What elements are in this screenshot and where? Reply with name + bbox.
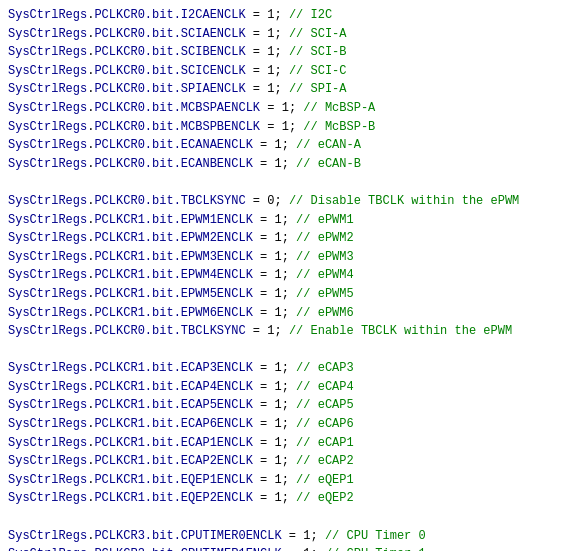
field-name: PCLKCR0.bit.I2CAENCLK xyxy=(94,8,245,22)
reg-name: SysCtrlRegs xyxy=(8,361,87,375)
spacing xyxy=(282,82,289,96)
reg-name: SysCtrlRegs xyxy=(8,268,87,282)
field-name: PCLKCR1.bit.ECAP6ENCLK xyxy=(94,417,252,431)
assign: = xyxy=(253,213,275,227)
comment: // I2C xyxy=(289,8,332,22)
field-name: PCLKCR0.bit.ECANAENCLK xyxy=(94,138,252,152)
field-name: PCLKCR1.bit.ECAP4ENCLK xyxy=(94,380,252,394)
reg-name: SysCtrlRegs xyxy=(8,250,87,264)
code-line: SysCtrlRegs.PCLKCR0.bit.SCICENCLK = 1; /… xyxy=(8,62,560,81)
value: 1 xyxy=(274,250,281,264)
spacing xyxy=(282,194,289,208)
code-line: SysCtrlRegs.PCLKCR0.bit.SCIBENCLK = 1; /… xyxy=(8,43,560,62)
field-name: PCLKCR3.bit.CPUTIMER1ENCLK xyxy=(94,547,281,551)
value: 1 xyxy=(274,398,281,412)
assign: = xyxy=(260,120,282,134)
code-line: SysCtrlRegs.PCLKCR1.bit.EPWM3ENCLK = 1; … xyxy=(8,248,560,267)
code-line: SysCtrlRegs.PCLKCR1.bit.EPWM1ENCLK = 1; … xyxy=(8,211,560,230)
spacing xyxy=(289,268,296,282)
assign: = xyxy=(282,547,304,551)
comment: // ePWM6 xyxy=(296,306,354,320)
semicolon: ; xyxy=(289,120,296,134)
code-line: SysCtrlRegs.PCLKCR1.bit.ECAP3ENCLK = 1; … xyxy=(8,359,560,378)
assign: = xyxy=(253,138,275,152)
reg-name: SysCtrlRegs xyxy=(8,529,87,543)
semicolon: ; xyxy=(274,194,281,208)
reg-name: SysCtrlRegs xyxy=(8,82,87,96)
assign: = xyxy=(253,436,275,450)
spacing xyxy=(289,436,296,450)
value: 1 xyxy=(274,138,281,152)
code-line xyxy=(8,173,560,192)
code-line: SysCtrlRegs.PCLKCR1.bit.ECAP4ENCLK = 1; … xyxy=(8,378,560,397)
code-editor: SysCtrlRegs.PCLKCR0.bit.I2CAENCLK = 1; /… xyxy=(0,0,568,551)
value: 1 xyxy=(274,213,281,227)
field-name: PCLKCR1.bit.EPWM4ENCLK xyxy=(94,268,252,282)
spacing xyxy=(289,213,296,227)
code-line: SysCtrlRegs.PCLKCR0.bit.TBCLKSYNC = 0; /… xyxy=(8,192,560,211)
field-name: PCLKCR0.bit.SCIBENCLK xyxy=(94,45,245,59)
spacing xyxy=(289,231,296,245)
code-line: SysCtrlRegs.PCLKCR1.bit.EQEP2ENCLK = 1; … xyxy=(8,489,560,508)
reg-name: SysCtrlRegs xyxy=(8,138,87,152)
semicolon: ; xyxy=(282,380,289,394)
semicolon: ; xyxy=(274,45,281,59)
field-name: PCLKCR1.bit.ECAP3ENCLK xyxy=(94,361,252,375)
assign: = xyxy=(253,491,275,505)
field-name: PCLKCR0.bit.TBCLKSYNC xyxy=(94,194,245,208)
code-line: SysCtrlRegs.PCLKCR1.bit.EPWM2ENCLK = 1; … xyxy=(8,229,560,248)
comment: // ePWM4 xyxy=(296,268,354,282)
assign: = xyxy=(253,231,275,245)
spacing xyxy=(282,8,289,22)
assign: = xyxy=(253,268,275,282)
semicolon: ; xyxy=(310,547,317,551)
semicolon: ; xyxy=(289,101,296,115)
field-name: PCLKCR0.bit.SPIAENCLK xyxy=(94,82,245,96)
code-line: SysCtrlRegs.PCLKCR1.bit.EPWM6ENCLK = 1; … xyxy=(8,304,560,323)
spacing xyxy=(289,454,296,468)
semicolon: ; xyxy=(274,82,281,96)
semicolon: ; xyxy=(282,231,289,245)
comment: // CPU Timer 0 xyxy=(325,529,426,543)
value: 1 xyxy=(274,454,281,468)
assign: = xyxy=(246,324,268,338)
reg-name: SysCtrlRegs xyxy=(8,417,87,431)
spacing xyxy=(282,64,289,78)
code-line: SysCtrlRegs.PCLKCR0.bit.ECANAENCLK = 1; … xyxy=(8,136,560,155)
assign: = xyxy=(253,473,275,487)
comment: // SPI-A xyxy=(289,82,347,96)
assign: = xyxy=(253,417,275,431)
assign: = xyxy=(246,8,268,22)
field-name: PCLKCR1.bit.EPWM2ENCLK xyxy=(94,231,252,245)
spacing xyxy=(289,138,296,152)
code-line: SysCtrlRegs.PCLKCR1.bit.EPWM5ENCLK = 1; … xyxy=(8,285,560,304)
value: 1 xyxy=(274,268,281,282)
reg-name: SysCtrlRegs xyxy=(8,436,87,450)
code-line: SysCtrlRegs.PCLKCR1.bit.ECAP5ENCLK = 1; … xyxy=(8,396,560,415)
field-name: PCLKCR1.bit.EPWM1ENCLK xyxy=(94,213,252,227)
reg-name: SysCtrlRegs xyxy=(8,380,87,394)
reg-name: SysCtrlRegs xyxy=(8,454,87,468)
assign: = xyxy=(246,64,268,78)
spacing xyxy=(318,529,325,543)
field-name: PCLKCR1.bit.ECAP2ENCLK xyxy=(94,454,252,468)
spacing xyxy=(289,380,296,394)
assign: = xyxy=(253,250,275,264)
comment: // McBSP-A xyxy=(303,101,375,115)
assign: = xyxy=(253,287,275,301)
comment: // eCAP3 xyxy=(296,361,354,375)
semicolon: ; xyxy=(282,436,289,450)
comment: // SCI-B xyxy=(289,45,347,59)
comment: // eCAN-A xyxy=(296,138,361,152)
value: 1 xyxy=(274,417,281,431)
reg-name: SysCtrlRegs xyxy=(8,194,87,208)
field-name: PCLKCR0.bit.TBCLKSYNC xyxy=(94,324,245,338)
spacing xyxy=(289,398,296,412)
semicolon: ; xyxy=(282,398,289,412)
reg-name: SysCtrlRegs xyxy=(8,324,87,338)
code-line: SysCtrlRegs.PCLKCR0.bit.SCIAENCLK = 1; /… xyxy=(8,25,560,44)
assign: = xyxy=(253,454,275,468)
semicolon: ; xyxy=(282,250,289,264)
reg-name: SysCtrlRegs xyxy=(8,101,87,115)
field-name: PCLKCR1.bit.ECAP5ENCLK xyxy=(94,398,252,412)
